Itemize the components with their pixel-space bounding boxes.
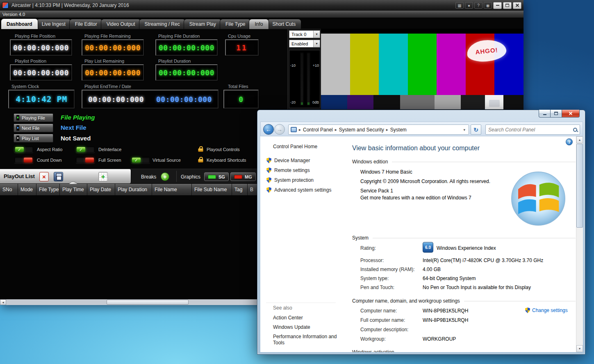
search-box[interactable] — [485, 124, 580, 135]
aircaster-titlebar[interactable]: Aircaster | 4:10:33 PM | Wednesday, 20 J… — [0, 0, 523, 11]
change-settings-link[interactable]: Change settings — [525, 307, 568, 313]
more-features-link[interactable]: Get more features with a new edition of … — [360, 195, 471, 201]
tab-file-type[interactable]: File Type — [220, 19, 251, 29]
deinterlace-toggle[interactable]: ✓ — [76, 146, 95, 153]
tab-video-output[interactable]: Video Output — [101, 19, 141, 29]
keyboard-shortcuts-lock-icon[interactable] — [197, 155, 204, 163]
tab-dashboard[interactable]: Dashboard — [1, 18, 38, 29]
smpte-bottom-segment — [400, 95, 435, 109]
enabled-select[interactable]: Enabled▾ — [289, 40, 320, 47]
refresh-button[interactable]: ↻ — [471, 124, 481, 135]
sidebar-device-manager[interactable]: Device Manager — [266, 158, 310, 163]
rating-label: Rating: — [360, 245, 376, 251]
column-header-mode[interactable]: Mode — [18, 184, 36, 195]
record-icon[interactable]: ● — [465, 2, 473, 9]
mg-indicator[interactable]: MG — [230, 172, 256, 181]
computer-name-header: Computer name, domain, and workgroup set… — [352, 298, 576, 304]
audio-panel: Track 0▾ Enabled▾ -10 +10 -20 0dB — [287, 29, 321, 109]
tab-file-editor[interactable]: File Editor — [69, 19, 103, 29]
column-header-file-sub-name[interactable]: File Sub Name — [192, 184, 232, 195]
maximize-button[interactable] — [551, 110, 562, 118]
status-file-playing: File Playing — [61, 114, 95, 121]
save-icon[interactable] — [54, 172, 63, 181]
total-files-label: Total Files — [228, 84, 248, 89]
sidebar-windows-update[interactable]: Windows Update — [273, 324, 310, 330]
computer-description-label: Computer description: — [360, 327, 408, 332]
scroll-down-arrow-icon[interactable]: ▾ — [576, 345, 583, 352]
check-icon: ✓ — [15, 147, 24, 152]
sg-indicator[interactable]: SG — [204, 172, 229, 181]
minimize-button[interactable] — [493, 2, 502, 9]
sidebar-action-center[interactable]: Action Center — [273, 315, 303, 321]
sidebar-item-label: Device Manager — [274, 158, 310, 163]
tab-info[interactable]: Info — [249, 19, 269, 29]
back-button[interactable]: ← — [263, 124, 274, 135]
wei-link[interactable]: Windows Experience Index — [437, 245, 496, 251]
playlist-duration-display: 00:00:00:000 — [155, 64, 218, 81]
snapshot-icon[interactable]: ▦ — [455, 2, 464, 9]
column-header-play-duration[interactable]: Play Duration — [115, 184, 152, 195]
memory-value: 4.00 GB — [423, 267, 441, 272]
close-button[interactable] — [513, 2, 521, 9]
sidebar-remote-settings[interactable]: Remote settings — [266, 167, 310, 173]
crumb-system[interactable]: System — [390, 127, 407, 133]
breadcrumb-arrow-icon: ▸ — [297, 127, 303, 132]
maximize-icon — [554, 112, 558, 115]
delete-icon[interactable]: × — [39, 172, 49, 181]
scroll-left-arrow-icon[interactable]: ◂ — [0, 299, 6, 305]
playout-controls-lock-icon[interactable] — [197, 145, 204, 152]
aircaster-title: Aircaster | 4:10:33 PM | Wednesday, 20 J… — [11, 2, 129, 8]
column-header-file-name[interactable]: File Name — [152, 184, 192, 195]
vertical-scrollbar[interactable]: ▴ ▾ — [576, 136, 583, 352]
sidebar-control-panel-home[interactable]: Control Panel Home — [273, 144, 317, 149]
scroll-up-arrow-icon[interactable]: ▴ — [576, 136, 583, 143]
breadcrumb-dropdown-icon[interactable]: ▾ — [463, 128, 467, 132]
fader-icon — [16, 125, 19, 131]
column-header-play-time[interactable]: Play Time — [60, 184, 87, 195]
forward-button[interactable]: → — [274, 124, 285, 135]
sidebar-system-protection[interactable]: System protection — [266, 177, 314, 183]
virtual-source-toggle[interactable]: ✓ — [131, 157, 150, 163]
system-type-label: System type: — [360, 276, 389, 281]
meter-scale-label: 0dB — [312, 100, 319, 104]
count-down-toggle[interactable] — [14, 157, 33, 163]
search-input[interactable] — [488, 127, 571, 133]
button-label: Next File — [22, 126, 39, 131]
help-icon[interactable]: ? — [474, 2, 482, 9]
minimize-button[interactable] — [539, 110, 551, 118]
playing-file-remaining-display: 00:00:00:000 — [82, 39, 144, 56]
tab-stream-play[interactable]: Stream Play — [184, 19, 222, 29]
crumb-system-and-security[interactable]: System and Security — [339, 127, 384, 133]
pin-icon[interactable]: ◉ — [484, 2, 492, 9]
vertical-scrollbar-thumb[interactable] — [576, 144, 583, 228]
enabled-select-value: Enabled — [291, 41, 308, 46]
play-list-button[interactable]: Play List — [14, 134, 53, 142]
help-button[interactable]: ? — [566, 138, 573, 145]
maximize-button[interactable] — [503, 2, 512, 9]
sidebar-performance-tools[interactable]: Performance Information and Tools — [273, 334, 338, 346]
close-button[interactable] — [562, 110, 580, 118]
column-header-tag[interactable]: Tag — [232, 184, 248, 195]
crumb-control-panel[interactable]: Control Panel — [303, 127, 333, 133]
column-header-file-type[interactable]: File Type — [36, 184, 60, 195]
full-screen-toggle[interactable] — [76, 157, 95, 163]
breadcrumb[interactable]: ▸ Control Panel ▸ System and Security ▸ … — [288, 124, 469, 135]
video-preview: AHGO! — [321, 29, 523, 109]
horizontal-scrollbar-thumb[interactable] — [107, 300, 189, 305]
track-select[interactable]: Track 0▾ — [289, 30, 320, 38]
display-value: 00:00:00:000 — [13, 43, 69, 52]
next-file-button[interactable]: Next File — [14, 124, 53, 132]
aspect-ratio-toggle[interactable]: ✓ — [14, 146, 33, 153]
column-header-sno[interactable]: SNo — [0, 184, 18, 195]
playing-file-remaining-label: Playing File Remaining — [84, 34, 131, 38]
add-break-icon[interactable]: + — [161, 172, 169, 181]
tab-short-cuts[interactable]: Short Cuts — [267, 19, 302, 29]
windows-logo — [510, 171, 566, 226]
column-header-play-date[interactable]: Play Date — [87, 184, 115, 195]
playlist-remaining-display: 00:00:00:000 — [82, 64, 144, 81]
playing-file-button[interactable]: Playing File — [14, 113, 53, 122]
tab-live-ingest[interactable]: Live Ingest — [36, 19, 71, 29]
add-list-icon[interactable]: + — [98, 172, 108, 181]
tab-streaming-rec[interactable]: Streaming / Rec — [139, 19, 186, 29]
sidebar-advanced-system-settings[interactable]: Advanced system settings — [266, 187, 331, 193]
